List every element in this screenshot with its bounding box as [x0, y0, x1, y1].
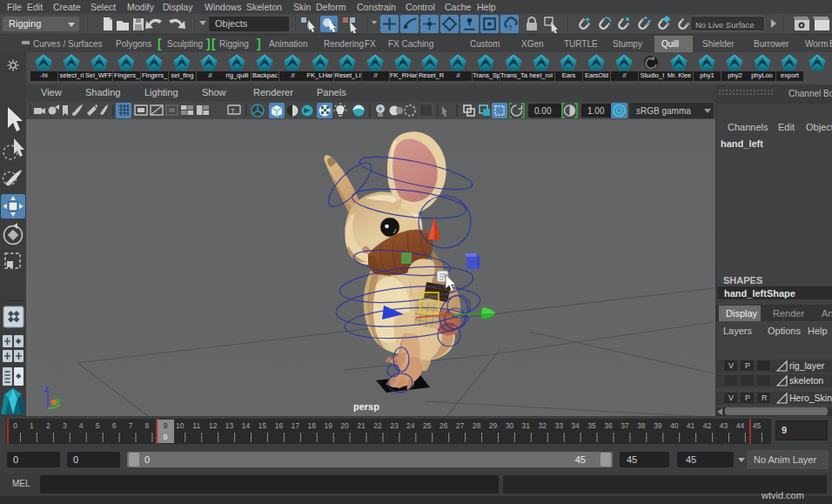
svg-text:37: 37	[621, 421, 629, 430]
svg-text:0.00: 0.00	[534, 106, 552, 116]
svg-text:17: 17	[292, 421, 300, 430]
svg-text:15: 15	[258, 421, 267, 430]
svg-text:22: 22	[373, 421, 382, 430]
svg-text:28: 28	[473, 421, 481, 430]
svg-text:35: 35	[587, 421, 596, 430]
svg-text:?: ?	[507, 24, 512, 32]
svg-text:12: 12	[209, 421, 218, 430]
svg-text:1: 1	[30, 421, 34, 430]
svg-text:40: 40	[670, 421, 679, 430]
svg-text:y: y	[56, 396, 61, 406]
svg-text:7: 7	[129, 421, 133, 430]
svg-text:30: 30	[506, 421, 514, 430]
svg-text:31: 31	[522, 421, 531, 430]
svg-text:6: 6	[112, 421, 117, 430]
svg-text:34: 34	[571, 421, 580, 430]
svg-text:27: 27	[456, 421, 465, 430]
svg-text:1.00: 1.00	[587, 106, 605, 116]
svg-text:41: 41	[687, 421, 695, 430]
svg-text:43: 43	[720, 421, 728, 430]
svg-text:16: 16	[275, 421, 284, 430]
svg-text:26: 26	[439, 421, 448, 430]
svg-text:45: 45	[753, 421, 762, 430]
svg-text:13: 13	[225, 421, 234, 430]
svg-text:19: 19	[324, 421, 332, 430]
svg-text:38: 38	[637, 421, 646, 430]
svg-text:persp: persp	[353, 401, 379, 412]
svg-text:3: 3	[63, 421, 67, 430]
svg-text:25: 25	[423, 421, 432, 430]
svg-text:sRGB gamma: sRGB gamma	[636, 106, 691, 116]
svg-text:33: 33	[554, 421, 563, 430]
svg-text:39: 39	[654, 421, 662, 430]
svg-text:2: 2	[46, 421, 50, 430]
svg-text:9: 9	[164, 421, 168, 430]
svg-text:18: 18	[307, 421, 316, 430]
svg-text:20: 20	[340, 421, 349, 430]
svg-text:23: 23	[390, 421, 399, 430]
svg-text:0: 0	[13, 421, 17, 430]
svg-text:T: T	[231, 107, 235, 115]
svg-text:21: 21	[357, 421, 366, 430]
svg-text:z: z	[44, 384, 49, 393]
svg-text:10: 10	[176, 421, 185, 430]
svg-text:29: 29	[489, 421, 498, 430]
svg-text:5: 5	[96, 421, 100, 430]
svg-text:44: 44	[736, 421, 745, 430]
svg-text:24: 24	[406, 421, 415, 430]
svg-text:8: 8	[145, 421, 150, 430]
svg-text:32: 32	[539, 421, 547, 430]
svg-text:14: 14	[242, 421, 251, 430]
svg-text:9: 9	[163, 433, 167, 441]
svg-text:4: 4	[79, 421, 84, 430]
svg-text:11: 11	[192, 421, 200, 430]
svg-text:42: 42	[703, 421, 712, 430]
svg-text:36: 36	[604, 421, 613, 430]
